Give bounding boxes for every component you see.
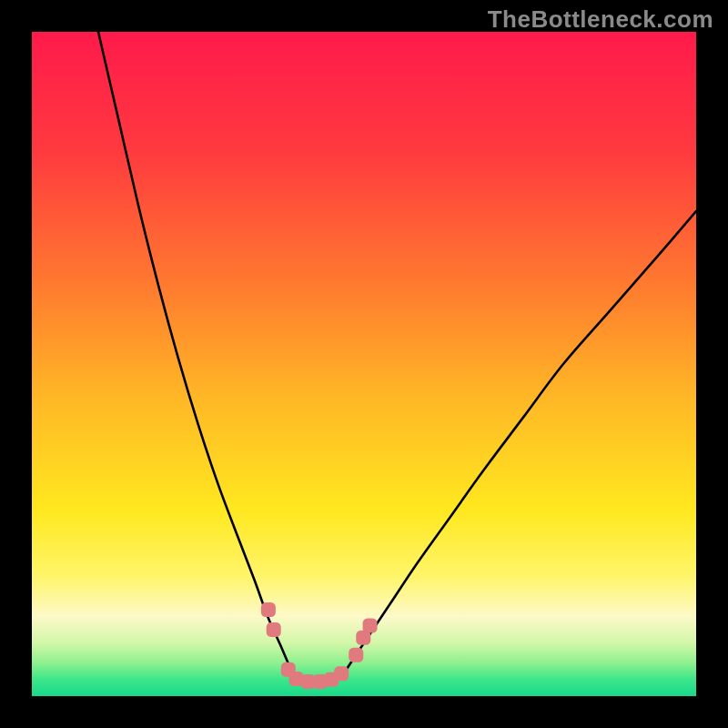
outer-frame: TheBottleneck.com <box>0 0 728 728</box>
marker-point <box>261 602 276 617</box>
gradient-background <box>32 32 696 696</box>
chart-svg <box>32 32 696 696</box>
marker-point <box>363 619 378 633</box>
marker-point <box>349 648 363 662</box>
watermark-text: TheBottleneck.com <box>488 5 713 34</box>
marker-point <box>334 666 349 681</box>
marker-point <box>267 622 281 637</box>
plot-area <box>32 32 696 696</box>
